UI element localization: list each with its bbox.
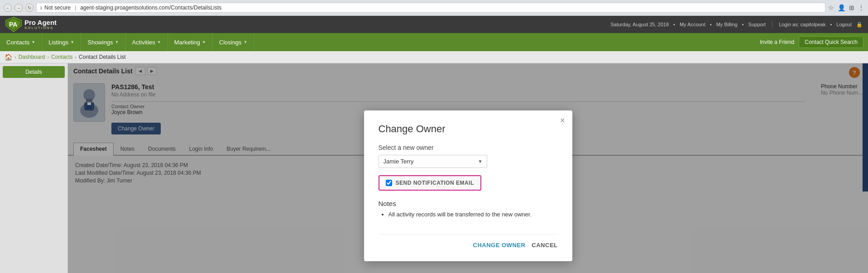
logo-shield-icon: PA [5,17,22,32]
nav-label-showings: Showings [87,39,113,46]
invite-friend-link[interactable]: Invite a Friend [760,39,794,45]
nav-label-listings: Listings [48,39,68,46]
modal-close-button[interactable]: × [560,116,565,125]
details-button[interactable]: Details [3,66,65,78]
breadcrumb: 🏠 › Dashboard › Contacts › Contact Detai… [0,51,868,63]
modal-select-wrap: Jamie Terry Joyce Brown Jim Turner ▼ [379,155,487,168]
logo-solutions: SOLUTIONS [24,26,57,30]
nav-items: Contacts ▼ Listings ▼ Showings ▼ Activit… [0,33,254,51]
nav-item-closings[interactable]: Closings ▼ [213,33,254,51]
my-account-link[interactable]: My Account [680,22,705,27]
nav-item-contacts[interactable]: Contacts ▼ [0,33,42,51]
breadcrumb-sep-2: › [47,54,49,60]
contact-quick-search-button[interactable]: Contact Quick Search [799,36,863,48]
content-area: Contact Details List ◄ ► [68,63,868,273]
notification-checkbox-row: SEND NOTIFICATION EMAIL [379,175,481,191]
header-right: Saturday, August 25, 2018 • My Account •… [610,21,863,28]
browser-toolbar: ← → ↻ ℹ Not secure | agent-staging.proag… [0,0,868,15]
breadcrumb-sep-1: › [14,54,16,60]
modal-cancel-button[interactable]: CANCEL [532,242,557,249]
breadcrumb-sep-3: › [75,54,77,60]
bookmark-icon[interactable]: ☆ [828,4,834,11]
browser-icon-group: ☆ 👤 ⊞ ⋮ [828,4,864,11]
modal-select-label: Select a new owner [379,144,558,151]
nav-chevron-activities: ▼ [157,40,161,44]
nav-item-listings[interactable]: Listings ▼ [42,33,81,51]
nav-chevron-listings: ▼ [70,40,74,44]
modal-title: Change Owner [379,123,558,135]
modal-change-owner-button[interactable]: CHANGE OWNER [473,242,526,249]
nav-chevron-showings: ▼ [115,40,119,44]
nav-right: Invite a Friend Contact Quick Search [760,36,868,48]
menu-icon[interactable]: ⋮ [858,4,864,11]
main-layout: Details Contact Details List ◄ ► [0,63,868,273]
reload-button[interactable]: ↻ [25,4,34,12]
lock-icon: 🔒 [856,22,863,28]
support-link[interactable]: Support [748,22,766,27]
logout-link[interactable]: Logout [836,22,852,27]
owner-select[interactable]: Jamie Terry Joyce Brown Jim Turner [379,155,487,168]
header-date: Saturday, August 25, 2018 [610,22,669,27]
nav-chevron-closings: ▼ [244,40,248,44]
notification-checkbox-label: SEND NOTIFICATION EMAIL [396,180,474,186]
security-label: Not secure [44,5,71,11]
logo: PA Pro Agent SOLUTIONS [5,17,57,32]
sidebar: Details [0,63,68,273]
extensions-icon[interactable]: ⊞ [849,4,854,11]
nav-label-contacts: Contacts [6,39,29,46]
modal-notes-list: All activity records will be transferred… [379,211,558,218]
nav-chevron-contacts: ▼ [31,40,35,44]
login-username[interactable]: capitolpeak [801,22,826,27]
nav-item-showings[interactable]: Showings ▼ [81,33,125,51]
forward-button[interactable]: → [14,4,23,12]
modal-note-item: All activity records will be transferred… [388,211,558,218]
modal-footer: CHANGE OWNER CANCEL [379,234,558,249]
my-billing-link[interactable]: My Billing [716,22,738,27]
svg-text:PA: PA [9,21,17,28]
nav-label-closings: Closings [219,39,242,46]
logo-text: Pro Agent SOLUTIONS [24,19,57,30]
app-header: PA Pro Agent SOLUTIONS Saturday, August … [0,16,868,33]
browser-chrome: ← → ↻ ℹ Not secure | agent-staging.proag… [0,0,868,16]
nav-item-marketing[interactable]: Marketing ▼ [168,33,213,51]
nav-chevron-marketing: ▼ [202,40,206,44]
url-text: agent-staging.proagentsolutions.com/Cont… [80,5,221,11]
modal-overlay: Change Owner × Select a new owner Jamie … [68,63,868,273]
address-bar[interactable]: ℹ Not secure | agent-staging.proagentsol… [36,3,825,13]
breadcrumb-home-icon[interactable]: 🏠 [5,53,12,61]
nav-bar: Contacts ▼ Listings ▼ Showings ▼ Activit… [0,33,868,51]
breadcrumb-contacts[interactable]: Contacts [51,54,72,60]
back-button[interactable]: ← [4,4,12,12]
breadcrumb-dashboard[interactable]: Dashboard [19,54,45,60]
login-as-text: Login as: capitolpeak [779,22,825,27]
breadcrumb-current: Contact Details List [79,54,125,60]
profile-icon[interactable]: 👤 [838,4,845,11]
nav-label-activities: Activities [132,39,155,46]
send-notification-checkbox[interactable] [386,180,392,186]
security-icon: ℹ [40,5,42,10]
nav-label-marketing: Marketing [174,39,200,46]
modal-notes-title: Notes [379,200,558,207]
change-owner-modal: Change Owner × Select a new owner Jamie … [364,110,572,261]
logo-pro-agent: Pro Agent [24,19,57,26]
nav-item-activities[interactable]: Activities ▼ [126,33,168,51]
